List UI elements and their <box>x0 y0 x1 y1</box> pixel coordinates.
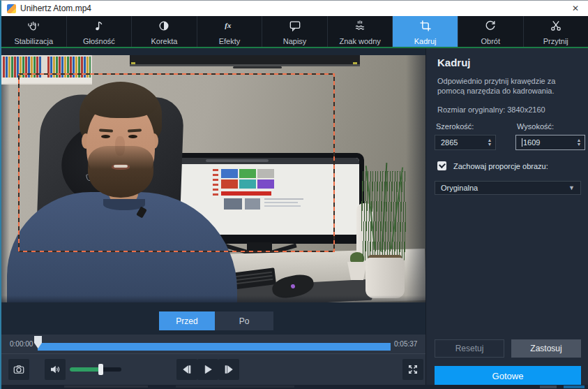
play-button[interactable] <box>197 359 218 380</box>
scene-plant-pot <box>365 258 405 298</box>
watermark-icon <box>353 19 367 36</box>
fullscreen-icon <box>407 363 419 376</box>
apply-button[interactable]: Zastosuj <box>511 339 581 358</box>
rotate-icon <box>483 19 497 36</box>
time-total: 0:05:37 <box>394 340 417 348</box>
tab-efekty[interactable]: fx Napisy Efekty <box>197 16 263 47</box>
tab-korekta[interactable]: Korekta <box>132 16 197 47</box>
tab-kadruj[interactable]: Kadruj <box>393 16 458 47</box>
width-spinner[interactable]: ▲▼ <box>484 138 495 147</box>
scene-tv <box>130 55 360 64</box>
preview-area: nob <box>1 48 425 389</box>
play-icon <box>202 363 214 376</box>
cutoff-fragment <box>564 386 585 388</box>
panel-description: Odpowiednio przytnij krawędzie za pomocą… <box>437 76 580 96</box>
cutoff-fragment <box>176 386 294 388</box>
tab-label: Napisy <box>283 37 307 45</box>
playback-controls <box>1 353 425 386</box>
height-value: 1609 <box>523 138 573 147</box>
crop-icon <box>419 19 432 36</box>
height-label: Wysokość: <box>517 122 554 131</box>
tab-label: Korekta <box>151 37 177 45</box>
timeline-track[interactable] <box>38 343 391 351</box>
tab-label: Głośność <box>83 37 115 45</box>
done-button[interactable]: Gotowe <box>435 366 581 386</box>
scene-tv-stand <box>233 66 282 68</box>
titlebar: Unihertz Atom.mp4 ✕ <box>1 1 588 16</box>
cutoff-fragment <box>540 386 557 388</box>
scene-right-shade <box>406 55 425 302</box>
panel-title: Kadruj <box>437 57 471 68</box>
window-title: Unihertz Atom.mp4 <box>20 3 568 13</box>
video-canvas[interactable]: nob <box>1 55 425 302</box>
before-button[interactable]: Przed <box>159 311 215 330</box>
spinner-down-icon: ▼ <box>488 142 492 147</box>
scissors-icon <box>549 19 563 36</box>
scene-bottom-shade <box>1 295 425 302</box>
tab-label: Stabilizacja <box>14 37 53 45</box>
width-input[interactable]: 2865 ▲▼ <box>435 135 496 150</box>
speech-bubble-icon <box>288 19 302 36</box>
music-note-icon <box>92 19 106 36</box>
chevron-down-icon: ▼ <box>568 184 575 191</box>
prev-frame-button[interactable] <box>176 359 197 380</box>
tab-stabilizacja[interactable]: Stabilizacja <box>1 16 67 47</box>
volume-slider[interactable] <box>70 367 121 372</box>
original-size-label: Rozmiar oryginalny: 3840x2160 <box>437 105 545 114</box>
crop-panel: Kadruj Odpowiednio przytnij krawędzie za… <box>425 48 588 389</box>
tab-glosnosc[interactable]: Głośność <box>67 16 133 47</box>
close-button[interactable]: ✕ <box>568 3 582 13</box>
after-button[interactable]: Po <box>215 311 273 330</box>
ratio-selected-value: Oryginalna <box>441 184 568 192</box>
prev-frame-icon <box>181 363 193 376</box>
next-frame-icon <box>223 363 235 376</box>
next-frame-button[interactable] <box>218 359 239 380</box>
snapshot-button[interactable] <box>8 359 29 380</box>
scene-tv-mark-right <box>353 62 357 64</box>
time-current: 0:00:00 <box>10 340 33 348</box>
speaker-icon <box>49 363 61 376</box>
reset-button[interactable]: Resetuj <box>435 339 504 358</box>
volume-fill <box>70 367 101 372</box>
mute-button[interactable] <box>45 359 66 380</box>
text-caret <box>522 138 522 147</box>
tab-label: Obrót <box>481 37 500 45</box>
fx-icon: fx <box>223 19 236 36</box>
tab-label: Kadruj <box>414 37 437 45</box>
keep-ratio-label: Zachowaj proporcje obrazu: <box>453 162 548 170</box>
bottom-cutoff-strip <box>1 385 588 389</box>
before-after-strip: Przed Po <box>1 302 425 335</box>
height-input[interactable]: 1609 ▲▼ <box>515 135 585 150</box>
app-window: Unihertz Atom.mp4 ✕ Stabilizacja Głośnoś… <box>0 0 588 389</box>
tab-przytnij[interactable]: Przytnij <box>524 16 588 47</box>
volume-handle[interactable] <box>98 364 103 375</box>
keep-ratio-checkbox[interactable] <box>437 161 446 170</box>
tab-napisy[interactable]: Napisy <box>262 16 328 47</box>
hand-icon <box>27 19 40 36</box>
height-spinner[interactable]: ▲▼ <box>573 138 585 147</box>
cutoff-fragment <box>64 386 148 388</box>
spinner-down-icon: ▼ <box>577 142 582 147</box>
svg-text:fx: fx <box>225 21 232 29</box>
tab-znak-wodny[interactable]: Znak wodny <box>328 16 393 47</box>
width-value: 2865 <box>441 138 484 147</box>
ratio-dropdown[interactable]: Oryginalna ▼ <box>435 181 581 195</box>
fullscreen-button[interactable] <box>402 359 423 380</box>
crop-selection[interactable] <box>18 73 335 252</box>
contrast-icon <box>157 19 171 36</box>
width-label: Szerokość: <box>436 122 474 131</box>
tab-label: Efekty <box>219 37 241 45</box>
app-icon <box>7 4 16 13</box>
scene-tv-mark-left <box>131 62 135 64</box>
camera-icon <box>13 363 25 376</box>
tab-label: Przytnij <box>543 37 568 45</box>
tabbar: Stabilizacja Głośność Korekta fx Napisy … <box>1 16 588 47</box>
timeline: 0:00:00 0:05:37 <box>1 335 425 353</box>
tab-obrot[interactable]: Obrót <box>458 16 524 47</box>
tab-label: Znak wodny <box>339 37 380 45</box>
